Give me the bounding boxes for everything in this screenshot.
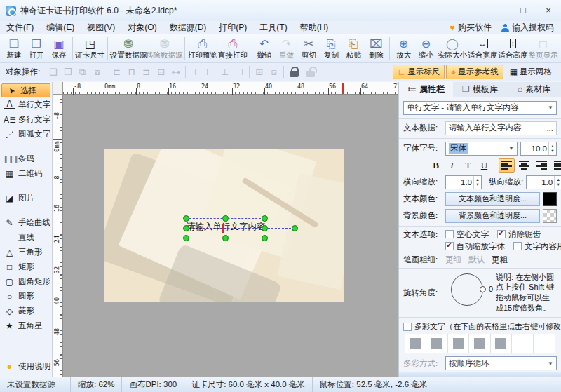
fit-page-button[interactable]: ◻ 整页显示 xyxy=(528,36,558,61)
align-bottom-button[interactable]: ⊥ xyxy=(217,67,232,77)
handle-bottom-left[interactable] xyxy=(183,235,189,241)
handle-top-right[interactable] xyxy=(262,215,268,222)
align-top-button[interactable]: ⊤ xyxy=(188,67,203,77)
equal-h-spacing-button[interactable]: ⊶ xyxy=(168,67,183,77)
freehand-curve-tool[interactable]: ✎ 手绘曲线 xyxy=(0,215,52,230)
image-tool[interactable]: ◪ 图片 xyxy=(0,191,52,205)
multicolor-mode-dropdown[interactable]: 按顺序循环 ▼ xyxy=(445,356,557,370)
underline-button[interactable]: U xyxy=(477,158,492,173)
same-size-button[interactable]: ⊞ xyxy=(252,67,266,77)
selected-text-element[interactable]: 请输入单行文字内容 xyxy=(186,218,264,238)
close-button[interactable]: × xyxy=(536,0,561,21)
design-canvas[interactable]: -80mm81624324048566472 -80mm816243240485… xyxy=(53,82,398,377)
text-as-qrcode-checkbox[interactable]: 文字内容用于二维码 xyxy=(513,241,561,252)
group-button[interactable]: ⧈ xyxy=(266,67,281,78)
tab-template-library[interactable]: ❒ 模板库 xyxy=(453,82,507,97)
color-cell[interactable] xyxy=(426,334,447,353)
print-preview-button[interactable]: ⎙ 打印预览 xyxy=(187,36,217,61)
help-button[interactable]: ● 使用说明 xyxy=(0,359,52,374)
diamond-tool[interactable]: ◇ 菱形 xyxy=(0,304,52,318)
card-size-button[interactable]: ◳ 证卡尺寸 xyxy=(75,36,105,61)
show-grid-toggle[interactable]: ▦ 显示网格 xyxy=(505,65,557,79)
spinner-arrows-icon[interactable]: ▲▼ xyxy=(548,142,556,155)
paste-button[interactable]: ⎗ 粘贴 xyxy=(342,36,365,61)
star-tool[interactable]: ★ 五角星 xyxy=(0,318,52,333)
unlock-icon[interactable] xyxy=(306,71,315,77)
handle-middle-left[interactable] xyxy=(183,225,189,231)
barcode-tool[interactable]: ║║║ 条码 xyxy=(0,151,52,166)
color-cell[interactable] xyxy=(491,334,512,353)
select-tool[interactable]: ➤ 选择 xyxy=(1,83,50,97)
align-right-button[interactable]: ⊐ xyxy=(139,67,154,77)
fit-width-button[interactable]: ↔ 适合宽度 xyxy=(468,36,498,61)
circle-tool[interactable]: ○ 圆形 xyxy=(0,289,52,304)
bring-to-front-button[interactable]: ❑ xyxy=(46,67,60,77)
vscale-spinner[interactable]: 1.0 ▲▼ xyxy=(526,175,561,189)
maximize-button[interactable]: □ xyxy=(511,0,536,21)
antialias-checkbox[interactable]: 消除锯齿 xyxy=(497,229,541,240)
undo-button[interactable]: ↶ 撤销 xyxy=(252,36,275,61)
align-right-button[interactable] xyxy=(534,158,550,173)
stroke-thicker-link[interactable]: 更粗 xyxy=(492,255,508,265)
color-cell[interactable] xyxy=(512,334,533,353)
hollow-text-checkbox[interactable]: 空心文字 xyxy=(445,229,489,240)
menu-item[interactable]: 工具(T) xyxy=(253,22,293,32)
bold-button[interactable]: B xyxy=(428,158,443,173)
canvas-viewport[interactable]: 请输入单行文字内容 xyxy=(63,95,398,377)
menu-item[interactable]: 文件(F) xyxy=(0,22,40,32)
menu-item[interactable]: 编辑(E) xyxy=(40,22,81,32)
tab-properties[interactable]: ≔ 属性栏 xyxy=(399,82,453,97)
hscale-spinner[interactable]: 1.0 ▲▼ xyxy=(445,175,482,189)
show-guides-toggle[interactable]: ⌖ 显示参考线 xyxy=(446,65,503,79)
auto-scale-font-checkbox[interactable]: 自动缩放字体 xyxy=(445,241,505,252)
send-backward-button[interactable]: ⧇ xyxy=(90,67,104,78)
single-line-text-tool[interactable]: A 单行文字 xyxy=(0,97,52,112)
lock-icon[interactable] xyxy=(290,71,299,77)
rotation-dial-handle[interactable] xyxy=(480,286,486,292)
align-left-button[interactable] xyxy=(499,158,515,173)
handle-top-left[interactable] xyxy=(183,215,189,222)
handle-bottom-right[interactable] xyxy=(262,235,268,241)
text-color-button[interactable]: 文本颜色和透明度... xyxy=(445,192,540,206)
show-ruler-toggle[interactable]: ∟ 显示标尺 xyxy=(393,65,445,79)
delete-button[interactable]: ⌧ 删除 xyxy=(365,36,387,61)
menu-item[interactable]: 视图(V) xyxy=(81,22,121,32)
stroke-default-link[interactable]: 默认 xyxy=(468,255,485,265)
arc-text-tool[interactable]: ⋰ 圆弧文字 xyxy=(0,127,52,142)
buy-software-button[interactable]: ♥ 购买软件 xyxy=(450,22,492,34)
menu-item[interactable]: 帮助(H) xyxy=(294,22,335,32)
rotation-dial[interactable]: 0 xyxy=(451,273,483,306)
bring-forward-button[interactable]: ⧉ xyxy=(75,67,90,78)
align-justify-button[interactable] xyxy=(551,158,561,173)
font-family-dropdown[interactable]: 宋体 ▼ xyxy=(445,142,518,156)
multicolor-text-checkbox[interactable]: 多彩文字（在下面的表格里点击右键可修改颜色） xyxy=(399,319,561,332)
redo-button[interactable]: ↷ 重做 xyxy=(275,36,297,61)
bg-color-swatch[interactable] xyxy=(543,209,557,223)
align-center-button[interactable] xyxy=(516,158,532,173)
equal-height-button[interactable]: ⊣ xyxy=(232,67,247,77)
italic-button[interactable]: I xyxy=(445,158,459,173)
text-element-content[interactable]: 请输入单行文字内容 xyxy=(187,221,266,233)
zoom-in-button[interactable]: ⊕ 放大 xyxy=(392,36,414,61)
actual-size-button[interactable]: ◯ 实际大小 xyxy=(437,36,467,61)
open-button[interactable]: ❐ 打开 xyxy=(25,36,48,61)
object-selector-dropdown[interactable]: 单行文字 - 请输入单行文字内容 ▼ xyxy=(403,101,557,115)
text-color-swatch[interactable] xyxy=(543,192,557,206)
multi-line-text-tool[interactable]: A≣ 多行文字 xyxy=(0,112,52,127)
remove-datasource-button[interactable]: ⛃ 移除数据源 xyxy=(147,36,182,61)
qrcode-tool[interactable]: ▦ 二维码 xyxy=(0,166,52,181)
new-button[interactable]: ❏ 新建 xyxy=(3,36,25,61)
align-center-h-button[interactable]: ⊓ xyxy=(124,67,139,77)
zoom-out-button[interactable]: ⊖ 缩小 xyxy=(414,36,437,61)
color-cell[interactable] xyxy=(534,334,555,353)
fit-height-button[interactable]: ↕ 适合高度 xyxy=(498,36,528,61)
send-to-back-button[interactable]: ❒ xyxy=(60,67,75,77)
tab-material-library[interactable]: ⌂ 素材库 xyxy=(507,82,561,97)
minimize-button[interactable]: – xyxy=(485,0,511,21)
rounded-rect-tool[interactable]: ▢ 圆角矩形 xyxy=(0,274,52,289)
stroke-thinner-link[interactable]: 更细 xyxy=(445,255,461,265)
triangle-tool[interactable]: △ 三角形 xyxy=(0,245,52,259)
font-size-spinner[interactable]: 10.0 ▲▼ xyxy=(520,142,557,156)
bg-color-button[interactable]: 背景颜色和透明度... xyxy=(445,209,540,223)
cut-button[interactable]: ✂ 剪切 xyxy=(297,36,320,61)
